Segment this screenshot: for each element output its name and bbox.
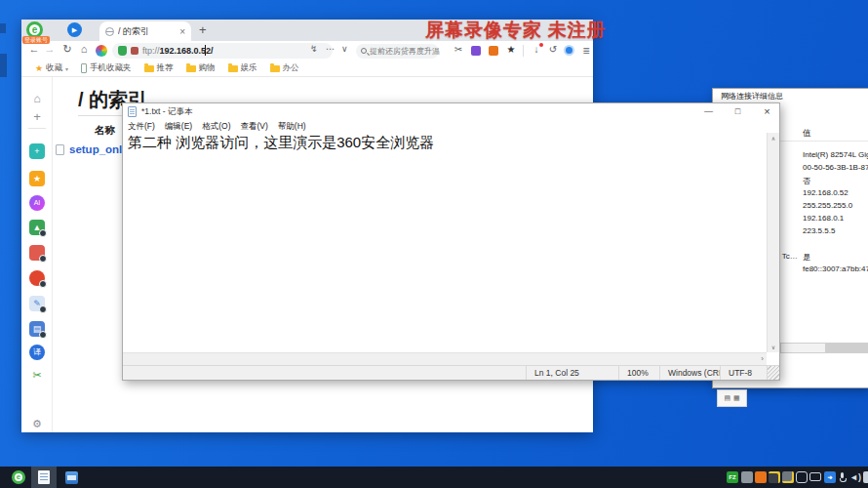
home-button[interactable]: ⌂ — [77, 43, 91, 55]
language-bar-fragment[interactable]: ▤ ▦ — [717, 389, 747, 407]
bookmark-label: 购物 — [199, 62, 216, 74]
tray-app-icon[interactable] — [769, 471, 780, 483]
taskbar-network-window-button[interactable] — [60, 467, 82, 488]
netbios-label-fragment: r Tc… — [777, 252, 798, 261]
back-button[interactable]: ← — [27, 43, 41, 55]
undo-icon[interactable]: ↺ — [546, 44, 560, 55]
menu-edit[interactable]: 编辑(E) — [160, 121, 197, 133]
tab-close-icon[interactable]: × — [179, 26, 185, 37]
new-tab-button[interactable]: + — [199, 22, 207, 37]
notes-tool-icon[interactable]: ▤ — [29, 321, 45, 337]
extension-purple-icon[interactable] — [471, 46, 481, 56]
browser-360-icon: e — [12, 470, 25, 484]
more-actions-icon[interactable]: ⋯ — [326, 44, 335, 54]
notepad-icon — [128, 106, 137, 117]
office-tool-icon[interactable] — [29, 270, 45, 286]
ai-tool-icon[interactable]: AI — [29, 195, 45, 211]
notepad-titlebar[interactable]: *1.txt - 记事本 — □ × — [123, 103, 779, 120]
settings-gear-icon[interactable]: ⚙ — [29, 416, 45, 431]
network-details-titlebar[interactable]: 网络连接详细信息 — [713, 89, 868, 102]
tab-ftp-index[interactable]: / 的索引 × — [99, 21, 191, 41]
bookmark-folder-tuijian[interactable]: 推荐 — [140, 62, 178, 74]
menu-icon[interactable]: ≡ — [579, 44, 593, 58]
menu-help[interactable]: 帮助(H) — [273, 121, 311, 133]
shield-icon[interactable] — [118, 46, 127, 56]
login-badge[interactable]: 登录账号 — [22, 36, 50, 44]
pdf-tool-icon[interactable] — [29, 245, 45, 261]
bookmark-label: 办公 — [283, 62, 299, 74]
forward-button[interactable]: → — [43, 43, 57, 55]
quick-launch-icon[interactable]: ↯ — [310, 44, 318, 54]
bookmark-favorites[interactable]: ★ 收藏 ▾ — [31, 62, 72, 74]
tray-filezilla-icon[interactable]: FZ — [727, 471, 738, 483]
tray-recorder-icon[interactable] — [755, 471, 767, 483]
notepad-menubar: 文件(F) 编辑(E) 格式(O) 查看(V) 帮助(H) — [123, 120, 779, 133]
network-value-netbios: 是 — [803, 252, 810, 263]
image-tool-icon[interactable]: ▲ — [29, 220, 45, 235]
tray-app2-icon[interactable] — [782, 471, 794, 483]
maximize-button[interactable]: □ — [726, 103, 750, 120]
scissors-icon[interactable]: ✂ — [29, 367, 45, 383]
horizontal-scrollbar[interactable]: › — [123, 352, 767, 365]
close-button[interactable]: × — [755, 103, 779, 120]
download-alert-dot — [539, 43, 543, 47]
dropdown-icon[interactable]: ∨ — [341, 44, 348, 54]
add-icon[interactable]: + — [29, 109, 45, 125]
vertical-scrollbar[interactable]: ∧ ∨ — [767, 133, 779, 352]
tray-partial-icon[interactable] — [863, 471, 868, 483]
favorites-icon[interactable]: ★ — [29, 171, 45, 186]
bookmarks-bar: ★ 收藏 ▾ 手机收藏夹 推荐 购物 娱乐 办公 — [21, 61, 593, 77]
resize-grip[interactable] — [767, 366, 779, 380]
plugins-star-icon[interactable]: ★ — [504, 44, 518, 55]
keyboard-icon: ▦ — [733, 394, 740, 402]
scrollbar-thumb[interactable] — [781, 344, 825, 352]
url-text[interactable]: ftp://192.168.0.52/ — [142, 46, 214, 56]
notepad-text-area[interactable]: 第二种 浏览器访问，这里演示是360安全浏览器 — [123, 133, 767, 352]
text-caret — [205, 45, 206, 56]
star-icon: ★ — [35, 63, 43, 73]
address-bar[interactable]: ftp://192.168.0.52/ — [112, 43, 333, 59]
scroll-up-icon[interactable]: ∧ — [768, 135, 779, 142]
scroll-down-icon[interactable]: ∨ — [768, 344, 779, 350]
bookmark-label: 娱乐 — [241, 62, 257, 74]
menu-format[interactable]: 格式(O) — [197, 121, 235, 133]
refresh-button[interactable]: ↻ — [60, 43, 74, 56]
desktop-icon-fragment — [0, 54, 7, 77]
user-avatar-icon[interactable]: ▶ — [67, 22, 82, 37]
home-icon[interactable]: ⌂ — [29, 91, 45, 106]
bookmark-folder-gouwu[interactable]: 购物 — [182, 62, 219, 74]
tray-monitor-icon[interactable] — [809, 472, 821, 481]
folder-icon — [186, 65, 196, 72]
tray-speaker-icon[interactable]: ◄) — [848, 471, 863, 483]
network-value-ipv6: fe80::3007:a7bb:47bb — [803, 264, 868, 273]
browser-toolbar: ← → ↻ ⌂ ftp://192.168.0.52/ ↯ ⋯ ∨ 提前还房贷再… — [21, 41, 593, 61]
toolbar-divider — [523, 45, 524, 57]
browser-assistant-icon[interactable] — [564, 45, 574, 56]
value-column-header: 值 — [803, 128, 811, 140]
tray-transfer-icon[interactable]: ➔ — [824, 471, 836, 483]
folder-icon — [228, 65, 238, 72]
bookmark-folder-yule[interactable]: 娱乐 — [224, 62, 261, 74]
site-icon[interactable] — [131, 47, 138, 55]
notepad-window: *1.txt - 记事本 — □ × 文件(F) 编辑(E) 格式(O) 查看(… — [122, 102, 780, 381]
tray-usb-plug-icon[interactable] — [741, 471, 753, 483]
tray-usb-icon[interactable] — [796, 471, 808, 483]
translate-icon[interactable]: 译 — [29, 345, 45, 360]
scroll-right-icon[interactable]: › — [761, 354, 764, 363]
draw-tool-icon[interactable]: ✎ — [29, 296, 45, 311]
menu-file[interactable]: 文件(F) — [123, 121, 160, 133]
network-value-ipv4: 192.168.0.52 — [803, 188, 848, 197]
extension-orange-icon[interactable] — [489, 46, 498, 56]
bookmark-phone-favorites[interactable]: 手机收藏夹 — [77, 62, 136, 74]
network-value-mask: 255.255.255.0 — [803, 201, 852, 210]
taskbar-browser-button[interactable]: e — [8, 467, 29, 488]
bookmark-folder-bangong[interactable]: 办公 — [266, 62, 303, 74]
url-scheme: ftp:// — [142, 46, 160, 56]
taskbar-notepad-button[interactable] — [31, 467, 57, 488]
screenshot-icon[interactable]: ✂ — [452, 44, 465, 55]
app-center-icon[interactable]: + — [29, 143, 45, 159]
search-input[interactable]: 提前还房贷再度升温 — [356, 44, 439, 59]
ai-assistant-icon[interactable] — [96, 45, 107, 57]
minimize-button[interactable]: — — [696, 103, 721, 120]
menu-view[interactable]: 查看(V) — [235, 121, 272, 133]
